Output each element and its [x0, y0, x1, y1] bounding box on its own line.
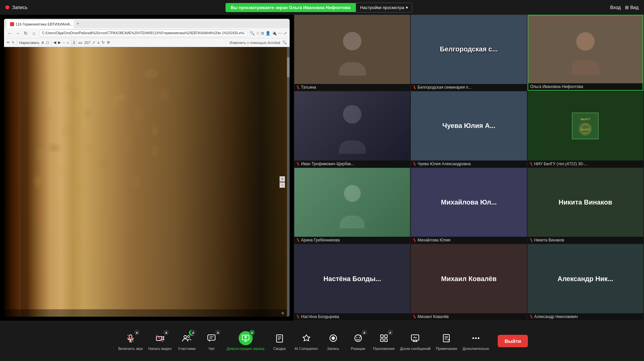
- mic-off-icon: [126, 333, 135, 343]
- scrollbar-thumb[interactable]: [287, 57, 290, 77]
- zoom-out-button[interactable]: −: [280, 182, 285, 188]
- toolbar-whiteboard[interactable]: Доски сообщений: [398, 328, 433, 353]
- svg-text:БелГУ: БелГУ: [581, 128, 590, 131]
- plus-icon[interactable]: +: [67, 41, 69, 45]
- svg-point-4: [111, 95, 119, 106]
- settings-icon-bottom[interactable]: ⚙: [281, 311, 284, 315]
- fit-icon[interactable]: ⤢: [92, 40, 95, 45]
- record-dot: [5, 5, 9, 9]
- entry-button[interactable]: Вход: [610, 5, 621, 10]
- reactions-caret[interactable]: ▲: [362, 330, 367, 335]
- toolbar-apps[interactable]: ▲ Приложения: [371, 328, 397, 353]
- zoom-in-button[interactable]: +: [280, 176, 285, 182]
- mihaylova-name: Михайлова Юлия: [417, 238, 450, 242]
- toolbar-video[interactable]: ▲ Начать видео: [146, 328, 174, 353]
- acrobat-label[interactable]: Изменить с помощью Acrobat: [230, 41, 280, 45]
- search-icon[interactable]: 🔍: [282, 40, 287, 45]
- svg-point-16: [160, 88, 170, 100]
- reactions-label: Реакции: [351, 347, 365, 351]
- svg-point-1: [70, 88, 79, 100]
- exit-button[interactable]: Выйти: [498, 335, 528, 347]
- olga-name-bar: Ольга Ивановна Нифонтова: [528, 83, 643, 90]
- page-input[interactable]: 3: [71, 40, 77, 45]
- rotate-icon[interactable]: ↻: [102, 40, 105, 45]
- svg-point-0: [48, 66, 60, 81]
- home-button[interactable]: ⌂: [31, 30, 37, 36]
- ai-icon-wrap: [299, 331, 313, 345]
- zoom-controls: + −: [280, 176, 285, 188]
- toolbar-participants[interactable]: 12 ▲ Участники: [175, 328, 198, 353]
- toolbar-ai[interactable]: AI Companion: [293, 328, 320, 353]
- record-icon: [329, 333, 338, 343]
- book-content: + − ⚙: [4, 47, 290, 317]
- toolbar-more[interactable]: Дополнительно: [460, 328, 491, 353]
- back-button[interactable]: ←: [7, 30, 13, 36]
- mic-muted-icon-11: [530, 315, 533, 319]
- share-caret[interactable]: ▲: [249, 330, 255, 335]
- svg-point-11: [102, 163, 114, 173]
- page-total: 207: [84, 41, 90, 45]
- toolbar-mute[interactable]: ▲ Включить звук: [116, 328, 145, 353]
- forward-button[interactable]: →: [15, 30, 21, 36]
- star-icon[interactable]: ☆: [256, 31, 260, 36]
- view-settings-button[interactable]: Настройки просмотра ▾: [356, 3, 412, 12]
- svg-point-9: [123, 134, 134, 148]
- summary-label: Сводка: [273, 347, 286, 351]
- page-of: из: [79, 41, 82, 45]
- svg-rect-69: [385, 339, 387, 342]
- nav-next-icon[interactable]: ▶: [58, 40, 61, 45]
- svg-point-2: [88, 76, 101, 85]
- minus-icon[interactable]: −: [63, 41, 65, 45]
- video-caret[interactable]: ▲: [163, 330, 169, 335]
- extension-icon[interactable]: 🔌: [272, 31, 277, 36]
- chueva-thumb: Чуева Юлия А...: [411, 91, 527, 161]
- browser-toolbar: ← → ↻ ⌂ 🔍 ☆ ⧉ 👤 🔌 ⋯ ⤢: [4, 28, 290, 38]
- draw-button[interactable]: Нарисовать: [19, 41, 39, 45]
- profile-icon[interactable]: 👤: [265, 31, 270, 36]
- mic-muted-icon-3: [296, 162, 300, 166]
- participant-tile-alexander: Александр Ник... Александр Николаевич: [528, 244, 643, 320]
- toolbar-notes[interactable]: Примечания: [434, 328, 459, 353]
- scroll-icon[interactable]: ≡: [97, 41, 99, 45]
- participant-tile-mihaylova: Михайлова Юл... Михайлова Юлия: [411, 168, 527, 244]
- address-bar[interactable]: [39, 30, 248, 37]
- scrollbar-vertical[interactable]: [287, 47, 290, 317]
- refresh-button[interactable]: ↻: [23, 30, 29, 36]
- browser-tab-active[interactable]: 116 Герменевтика ЕВТИХИАНА... ✕: [7, 20, 74, 28]
- toolbar-chat[interactable]: ▲ Чат: [200, 328, 223, 353]
- nav-prev-icon[interactable]: ◀: [53, 40, 56, 45]
- video-label: Начать видео: [148, 347, 172, 351]
- video-icon-wrap: ▲: [153, 331, 167, 345]
- collection-icon[interactable]: ⧉: [261, 31, 264, 36]
- svg-rect-50: [208, 335, 215, 340]
- record-icon-wrap: [326, 331, 340, 345]
- toolbar-share[interactable]: ▲ Демонстрация экрана: [225, 328, 266, 353]
- mic-muted-icon: [296, 85, 300, 89]
- view-button[interactable]: ⊞ Вид: [625, 5, 639, 10]
- toolbar-reactions[interactable]: ▲ Реакции: [346, 328, 370, 353]
- new-tab-button[interactable]: +: [75, 21, 81, 26]
- chueva-name-bar: Чуева Юлия Александровна: [411, 161, 527, 167]
- apps-label: Приложения: [373, 347, 395, 351]
- settings-icon[interactable]: ⋯: [278, 31, 282, 36]
- toolbar-summary[interactable]: Сводка: [268, 328, 291, 353]
- whiteboard-icon: [410, 333, 420, 343]
- participant-tile-olga: Ольга Ивановна Нифонтова: [528, 15, 643, 91]
- tools-icon[interactable]: ⚙: [107, 40, 110, 45]
- fullscreen-icon[interactable]: ⤢: [284, 31, 287, 36]
- mute-caret[interactable]: ▲: [134, 330, 140, 335]
- text-icon: A: [41, 41, 44, 45]
- top-bar: Запись Вы просматриваете экран Ольга Ива…: [0, 0, 644, 15]
- tatyana-name: Татьяна: [301, 85, 316, 90]
- belgorod-name: Белгородская семинария п...: [417, 85, 472, 90]
- share-label: Демонстрация экрана: [227, 347, 264, 351]
- participant-tile-arina: Арина Гребенникова: [294, 168, 410, 244]
- mikhail-label-large: Михаил Ковалёв: [438, 272, 500, 286]
- chat-caret[interactable]: ▲: [215, 330, 220, 335]
- participant-tile-nikita: Никита Винаков Никита Винаков: [528, 168, 643, 244]
- alexander-name: Александр Николаевич: [534, 314, 578, 319]
- participants-caret[interactable]: ▲: [190, 330, 196, 335]
- apps-caret[interactable]: ▲: [388, 330, 393, 335]
- alexander-name-bar: Александр Николаевич: [528, 313, 643, 320]
- toolbar-record[interactable]: Запись: [321, 328, 345, 353]
